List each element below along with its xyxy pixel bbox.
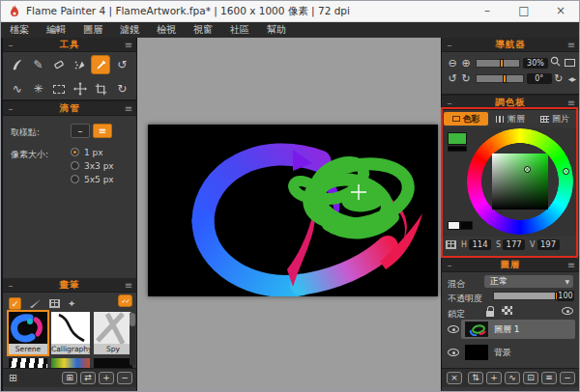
opacity-slider[interactable] — [493, 292, 557, 300]
fit-screen-icon[interactable] — [565, 59, 575, 67]
h-value[interactable]: 114 — [469, 239, 491, 250]
menu-window[interactable]: 視窗 — [185, 22, 221, 38]
remove-layer-button[interactable]: − — [560, 372, 575, 384]
undo-button[interactable]: ↺ — [112, 55, 131, 74]
brush-tile-partial[interactable] — [94, 358, 132, 368]
reset-rotation-icon[interactable]: ↻ — [552, 72, 566, 85]
hue-marker[interactable] — [563, 168, 569, 175]
menu-help[interactable]: 幫助 — [258, 22, 295, 38]
sample-minus-button[interactable]: – — [71, 124, 90, 138]
brush-tile-calligraphy[interactable]: Calligraphy — [51, 312, 90, 354]
duplicate-layer-button[interactable]: ⊡ — [523, 372, 538, 384]
crop-tool[interactable] — [91, 79, 110, 98]
layer1-visibility-icon[interactable] — [448, 325, 459, 333]
grid-view-icon[interactable]: ⊞ — [9, 372, 17, 384]
airbrush-tool[interactable] — [71, 55, 90, 74]
vector-layer-button[interactable]: ∿ — [505, 372, 520, 384]
close-button[interactable]: × — [542, 1, 579, 21]
secondary-color-swatch[interactable] — [448, 146, 467, 152]
black-swatch[interactable] — [460, 221, 473, 230]
sample-list-button[interactable]: ≡ — [93, 124, 112, 138]
brush-tile-partial[interactable] — [9, 358, 47, 368]
brush-tile-spy[interactable]: Spy — [94, 312, 132, 354]
brush-filter-checkbox[interactable]: ✓ — [9, 297, 21, 310]
add-brush-button[interactable]: + — [99, 372, 114, 384]
collapse-icon[interactable]: – — [442, 40, 457, 50]
panel-menu-icon[interactable]: ≡ — [564, 98, 579, 108]
panel-menu-icon[interactable]: ≡ — [121, 40, 136, 50]
menu-layer[interactable]: 圖層 — [74, 22, 111, 38]
radio-3x3px[interactable]: 3x3 px — [71, 159, 114, 172]
slider-thumb[interactable] — [500, 59, 504, 68]
white-swatch[interactable] — [448, 221, 460, 230]
canvas[interactable] — [148, 125, 438, 296]
background-visibility-icon[interactable] — [448, 349, 459, 356]
brush-multiselect-badge[interactable]: ✓✓ — [118, 294, 132, 307]
workspace[interactable] — [137, 38, 441, 391]
zoom-slider[interactable] — [476, 59, 520, 68]
menu-edit[interactable]: 編輯 — [38, 22, 74, 38]
blend-mode-dropdown[interactable]: 正常 ▼ — [484, 275, 573, 288]
flip-horizontal-icon[interactable]: ◀▶ — [568, 75, 575, 82]
lock-icon[interactable] — [486, 311, 494, 317]
rotation-value[interactable]: 0° — [527, 73, 552, 84]
zoom-out-icon[interactable]: ⊖ — [446, 57, 459, 70]
rotation-slider[interactable] — [476, 74, 524, 83]
v-value[interactable]: 197 — [537, 239, 560, 250]
primary-color-swatch[interactable] — [448, 132, 467, 145]
zoom-in-icon[interactable]: ⊕ — [459, 57, 473, 70]
slider-thumb[interactable] — [503, 74, 507, 83]
move-tool[interactable] — [71, 79, 90, 98]
tab-image[interactable]: 圖片 — [533, 112, 577, 126]
remove-brush-button[interactable]: − — [117, 372, 132, 384]
minimize-button[interactable]: – — [469, 1, 506, 21]
scrollbar-thumb[interactable] — [130, 313, 135, 326]
eyedropper-tool[interactable] — [91, 55, 110, 74]
panel-menu-icon[interactable]: ≡ — [564, 40, 579, 50]
delete-layer-button[interactable]: × — [447, 372, 462, 384]
radio-5x5px[interactable]: 5x5 px — [71, 173, 114, 185]
brush-tile-partial[interactable] — [51, 358, 90, 368]
brush-grid-view-icon[interactable] — [49, 299, 60, 308]
menu-view[interactable]: 檢視 — [148, 22, 185, 38]
pencil-tool[interactable]: ✎ — [28, 55, 47, 74]
collapse-icon[interactable]: – — [442, 260, 457, 270]
sv-marker[interactable] — [524, 166, 531, 173]
add-layer-button[interactable]: + — [486, 372, 502, 384]
thumbnail-view-button[interactable]: ⊞ — [62, 372, 77, 384]
panel-menu-icon[interactable]: ≡ — [564, 260, 579, 270]
collapse-icon[interactable]: – — [3, 40, 18, 50]
wave-tool[interactable]: ∿ — [8, 79, 27, 98]
import-export-button[interactable]: ⇄ — [80, 372, 96, 384]
collapse-icon[interactable]: – — [442, 98, 457, 108]
s-value[interactable]: 177 — [503, 239, 525, 250]
eraser-tool[interactable] — [49, 55, 69, 74]
select-tool[interactable] — [49, 79, 69, 98]
collapse-icon[interactable]: – — [3, 280, 18, 291]
menu-filter[interactable]: 濾鏡 — [111, 22, 148, 38]
tab-color[interactable]: 色彩 — [444, 112, 488, 126]
merge-down-button[interactable]: ≡ — [541, 372, 557, 384]
layer-row-background[interactable]: 背景 — [461, 343, 575, 362]
radio-1px[interactable]: 1 px — [71, 146, 103, 158]
panel-menu-icon[interactable]: ≡ — [121, 103, 136, 114]
zoom-value[interactable]: 30% — [523, 58, 548, 69]
sparkle-icon[interactable]: ✦ — [68, 298, 75, 309]
reorder-layer-button[interactable]: ⇅ — [468, 372, 483, 384]
rotate-ccw-icon[interactable]: ↺ — [446, 72, 459, 85]
sv-square[interactable] — [492, 154, 548, 210]
lock-transparency-icon[interactable] — [502, 306, 512, 315]
swatches-grid-icon[interactable] — [446, 240, 456, 249]
redo-button[interactable]: ↻ — [112, 79, 131, 98]
maximize-button[interactable]: □ — [506, 1, 542, 21]
panel-menu-icon[interactable]: ≡ — [121, 280, 136, 291]
layer-row-1[interactable]: 圖層 1 — [461, 320, 575, 339]
brush-list-scrollbar[interactable] — [130, 312, 135, 366]
menu-file[interactable]: 檔案 — [1, 22, 38, 38]
collapse-icon[interactable]: – — [3, 103, 18, 114]
blur-tool[interactable]: ✳ — [28, 79, 47, 98]
flame-brush-tool[interactable] — [8, 55, 27, 74]
brush-tile-serene[interactable]: Serene — [9, 312, 47, 354]
menu-community[interactable]: 社區 — [221, 22, 258, 38]
magnifier-icon[interactable] — [548, 56, 562, 70]
